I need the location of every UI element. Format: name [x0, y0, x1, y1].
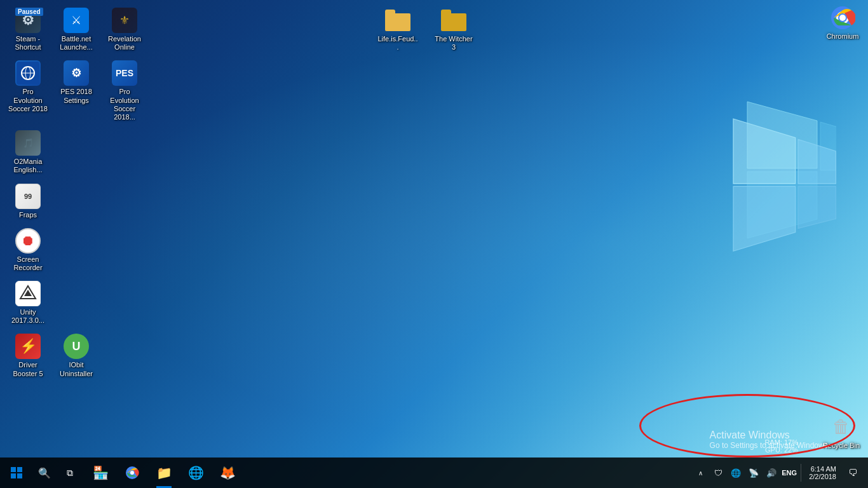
- taskbar-cyberfox-app[interactable]: 🦊: [212, 458, 243, 488]
- taskbar-left: 🔍 ⧉ 🏪 📁: [0, 458, 243, 488]
- unity-icon-img: [15, 281, 41, 306]
- recycle-bin-icon-img: 🗑: [829, 414, 854, 440]
- task-view-button[interactable]: ⧉: [57, 458, 83, 488]
- windows-start-icon: [11, 467, 22, 478]
- start-button[interactable]: [1, 458, 32, 488]
- fraps-desktop-icon[interactable]: 99 Fraps: [5, 181, 51, 222]
- network-icon: 🛡: [714, 468, 722, 478]
- clock-time: 6:14 AM: [811, 465, 836, 473]
- steam-label: Steam - Shortcut: [8, 35, 48, 51]
- iobit-uninstaller-icon[interactable]: U IObit Uninstaller: [53, 331, 99, 380]
- taskbar: 🔍 ⧉ 🏪 📁: [0, 458, 868, 488]
- the-witcher-3-label: The Witcher 3: [433, 35, 474, 51]
- pes-shortcut-label: Pro Evolution Soccer 2018...: [104, 88, 145, 121]
- windows-logo: [658, 83, 836, 261]
- pes-shortcut-icon-img: PES: [112, 60, 137, 86]
- pes-shortcut-icon[interactable]: PES Pro Evolution Soccer 2018...: [102, 58, 147, 124]
- o2mania-icon-img: 🎵: [15, 130, 41, 156]
- driver-booster-icon-img: ⚡: [15, 334, 41, 359]
- tray-chevron[interactable]: ∧: [693, 465, 708, 480]
- pes-settings-label: PES 2018 Settings: [56, 88, 97, 104]
- tray-wifi[interactable]: 📡: [746, 465, 761, 480]
- battlenet-icon[interactable]: ⚔ Battle.net Launche...: [53, 5, 99, 54]
- svg-rect-17: [17, 473, 22, 478]
- svg-point-20: [130, 471, 134, 475]
- driver-booster-label: Driver Booster 5: [8, 361, 48, 377]
- svg-rect-15: [17, 467, 22, 472]
- edge-icon: 🌐: [188, 465, 204, 480]
- taskbar-folder-app[interactable]: 📁: [149, 458, 179, 488]
- svg-marker-6: [733, 186, 796, 251]
- folder-icon-witcher: [441, 10, 466, 31]
- pes2018-icon[interactable]: Pro Evolution Soccer 2018: [5, 58, 51, 124]
- tray-antivirus[interactable]: 🌐: [728, 465, 743, 480]
- fraps-label: Fraps: [19, 211, 37, 219]
- life-is-feudal-folder[interactable]: Life.is.Feud...: [375, 5, 421, 54]
- revelation-icon-img: ⚜: [112, 8, 137, 33]
- screen-recorder-desktop-icon[interactable]: ⏺ Screen Recorder: [5, 226, 51, 274]
- life-is-feudal-label: Life.is.Feud...: [377, 35, 418, 51]
- wifi-icon: 📡: [749, 468, 759, 478]
- top-right-icons: Chromium: [820, 3, 865, 43]
- svg-rect-16: [11, 473, 16, 478]
- top-center-icons: Life.is.Feud... The Witcher 3: [375, 5, 477, 54]
- pes-icon-img: [15, 60, 41, 86]
- tray-volume[interactable]: 🔊: [764, 465, 779, 480]
- battlenet-icon-img: ⚔: [64, 8, 89, 33]
- the-witcher-3-folder[interactable]: The Witcher 3: [431, 5, 477, 54]
- task-view-icon: ⧉: [67, 468, 73, 478]
- chromium-icon-svg: [830, 5, 855, 30]
- iobit-label: IObit Uninstaller: [56, 361, 97, 377]
- store-icon: 🏪: [93, 465, 109, 480]
- antivirus-icon: 🌐: [731, 468, 741, 478]
- gpu-stat: GPU: 22%: [764, 446, 798, 454]
- system-clock[interactable]: 6:14 AM 2/2/2018: [805, 465, 840, 480]
- system-stats: RAM: 17% GPU: 22%: [764, 438, 798, 454]
- svg-rect-14: [11, 467, 16, 472]
- unity-label: Unity 2017.3.0...: [8, 308, 48, 325]
- notification-center-button[interactable]: 🗨: [843, 458, 863, 488]
- ram-stat: RAM: 17%: [764, 438, 798, 446]
- revelation-online-icon[interactable]: ⚜ Revelation Online: [102, 5, 147, 54]
- revelation-label: Revelation Online: [104, 35, 145, 51]
- screen-recorder-icon-img: ⏺: [15, 228, 41, 254]
- search-icon: 🔍: [38, 467, 51, 479]
- desktop: ⚙ Paused Steam - Shortcut ⚔ Battle.net L…: [0, 0, 868, 488]
- svg-marker-7: [798, 186, 836, 228]
- taskbar-edge-app[interactable]: 🌐: [180, 458, 211, 488]
- screen-recorder-label: Screen Recorder: [8, 255, 48, 272]
- volume-icon: 🔊: [766, 468, 776, 478]
- tray-keyboard[interactable]: ENG: [782, 465, 797, 480]
- cyberfox-icon: 🦊: [220, 465, 236, 480]
- chromium-desktop-icon[interactable]: Chromium: [820, 3, 865, 43]
- taskbar-right: ∧ 🛡 🌐 📡 🔊 ENG 6:14 AM 2/2/2018 🗨: [693, 458, 868, 488]
- iobit-icon-img: U: [64, 334, 89, 359]
- steam-shortcut-icon[interactable]: ⚙ Paused Steam - Shortcut: [5, 5, 51, 54]
- driver-booster-icon[interactable]: ⚡ Driver Booster 5: [5, 331, 51, 380]
- clock-date: 2/2/2018: [809, 473, 836, 480]
- o2mania-label: O2Mania English...: [8, 158, 48, 174]
- pes-settings-icon-img: ⚙: [64, 60, 89, 86]
- chromium-label: Chromium: [827, 32, 859, 41]
- taskbar-separator: [801, 464, 801, 482]
- taskbar-chrome-app[interactable]: [117, 458, 147, 488]
- svg-point-13: [839, 15, 846, 21]
- chrome-icon: [125, 466, 139, 480]
- folder-taskbar-icon: 📁: [156, 465, 172, 480]
- desktop-icons-column-1: ⚙ Paused Steam - Shortcut ⚔ Battle.net L…: [5, 5, 147, 381]
- fraps-icon-img: 99: [15, 184, 41, 209]
- taskbar-store-app[interactable]: 🏪: [85, 458, 116, 488]
- o2mania-icon[interactable]: 🎵 O2Mania English...: [5, 128, 51, 177]
- search-button[interactable]: 🔍: [33, 458, 56, 488]
- tray-network[interactable]: 🛡: [710, 465, 726, 480]
- battlenet-label: Battle.net Launche...: [56, 35, 97, 51]
- notification-icon: 🗨: [848, 468, 857, 478]
- pes2018-label: Pro Evolution Soccer 2018: [8, 88, 48, 113]
- unity-desktop-icon[interactable]: Unity 2017.3.0...: [5, 278, 51, 327]
- pes-settings-icon[interactable]: ⚙ PES 2018 Settings: [53, 58, 99, 124]
- keyboard-icon: ENG: [782, 469, 797, 477]
- folder-icon-life: [385, 10, 410, 31]
- paused-badge: Paused: [15, 8, 43, 16]
